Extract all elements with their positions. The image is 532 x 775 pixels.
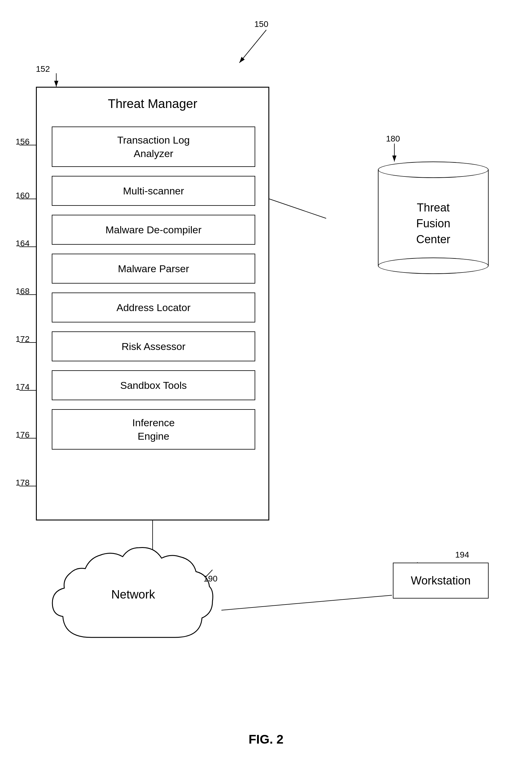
sandbox-tools-label: Sandbox Tools: [120, 379, 187, 392]
network-cloud-svg: Network: [46, 533, 220, 658]
multi-scanner-label: Multi-scanner: [123, 184, 184, 197]
ref-174: 174: [16, 382, 30, 392]
tfc-label: ThreatFusionCenter: [379, 200, 488, 248]
risk-assessor-box: Risk Assessor: [52, 331, 255, 361]
ref-160: 160: [16, 191, 30, 200]
ref-172: 172: [16, 334, 30, 344]
network-label: Network: [111, 588, 155, 601]
ref-176: 176: [16, 430, 30, 440]
threat-manager-box: Threat Manager Transaction LogAnalyzer M…: [36, 87, 269, 521]
ref-152: 152: [36, 64, 50, 74]
workstation-box: Workstation: [393, 563, 489, 599]
sandbox-tools-box: Sandbox Tools: [52, 370, 255, 400]
ref-190: 190: [203, 574, 217, 584]
address-locator-box: Address Locator: [52, 292, 255, 322]
ref-194: 194: [455, 550, 469, 560]
cylinder-bottom: [378, 257, 489, 274]
threat-fusion-center: ThreatFusionCenter: [378, 161, 489, 274]
transaction-log-analyzer-label: Transaction LogAnalyzer: [117, 133, 190, 160]
svg-line-11: [269, 199, 326, 218]
malware-parser-box: Malware Parser: [52, 254, 255, 283]
ref-156: 156: [16, 137, 30, 147]
risk-assessor-label: Risk Assessor: [121, 340, 185, 353]
threat-manager-title: Threat Manager: [37, 97, 269, 111]
malware-decompiler-box: Malware De-compiler: [52, 215, 255, 245]
svg-line-16: [221, 595, 392, 610]
multi-scanner-box: Multi-scanner: [52, 176, 255, 206]
ref-178: 178: [16, 478, 30, 488]
transaction-log-analyzer-box: Transaction LogAnalyzer: [52, 126, 255, 167]
malware-decompiler-label: Malware De-compiler: [105, 223, 201, 236]
diagram: 150 152 Threat Manager Transaction LogAn…: [0, 0, 532, 775]
ref-164: 164: [16, 239, 30, 248]
fig-caption: FIG. 2: [248, 732, 284, 747]
cylinder-top: [378, 161, 489, 178]
ref-168: 168: [16, 286, 30, 296]
ref-150: 150: [254, 19, 269, 29]
inference-engine-label: InferenceEngine: [132, 416, 175, 443]
cylinder-body: ThreatFusionCenter: [378, 170, 489, 265]
svg-line-1: [239, 30, 266, 63]
workstation-label: Workstation: [411, 574, 471, 587]
malware-parser-label: Malware Parser: [118, 262, 189, 275]
ref-180: 180: [386, 134, 400, 144]
address-locator-label: Address Locator: [116, 301, 190, 314]
inference-engine-box: InferenceEngine: [52, 409, 255, 450]
